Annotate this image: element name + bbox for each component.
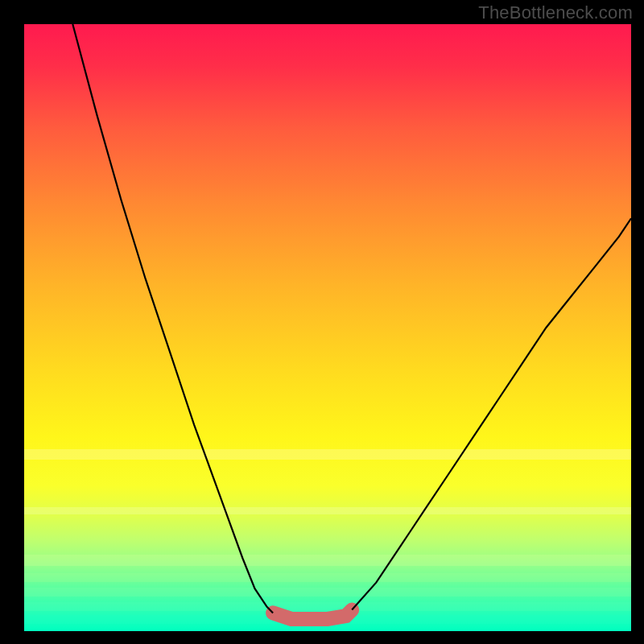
chart-frame bbox=[6, 6, 638, 638]
right-curve bbox=[352, 218, 631, 609]
trough-highlight bbox=[273, 610, 352, 619]
curve-layer bbox=[24, 24, 631, 631]
left-curve bbox=[72, 24, 273, 613]
plot-area bbox=[24, 24, 631, 631]
watermark-text: TheBottleneck.com bbox=[478, 2, 633, 23]
